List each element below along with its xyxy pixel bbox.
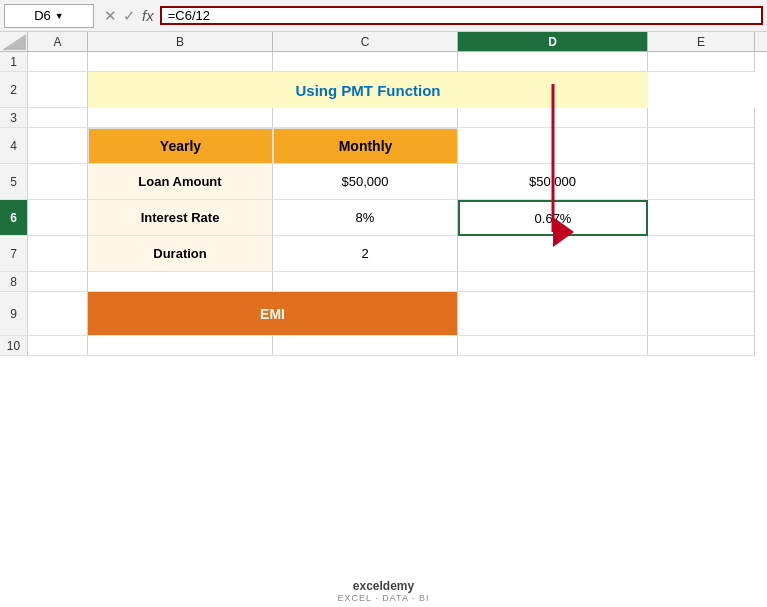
row-1: 1: [0, 52, 767, 72]
cell-a9[interactable]: [28, 292, 88, 336]
cell-b10[interactable]: [88, 336, 273, 356]
fx-label: fx: [142, 7, 154, 24]
title-cell: Using PMT Function: [88, 72, 648, 108]
row-num-7: 7: [0, 236, 28, 272]
confirm-icon[interactable]: ✓: [123, 7, 136, 25]
row-num-2: 2: [0, 72, 28, 108]
cell-a1[interactable]: [28, 52, 88, 72]
cell-a8[interactable]: [28, 272, 88, 292]
row-3: 3: [0, 108, 767, 128]
cell-e5[interactable]: [648, 164, 755, 200]
loan-yearly-value: $50,000: [277, 174, 453, 189]
cell-d10[interactable]: [458, 336, 648, 356]
cell-a6[interactable]: [28, 200, 88, 236]
row-num-9: 9: [0, 292, 28, 336]
cell-b4-header[interactable]: Yearly: [88, 128, 273, 164]
cell-d7-duration-monthly[interactable]: [458, 236, 648, 272]
cell-e9[interactable]: [648, 292, 755, 336]
row-num-3: 3: [0, 108, 28, 128]
cell-d6-interest-monthly[interactable]: 0.67%: [458, 200, 648, 236]
cell-b8[interactable]: [88, 272, 273, 292]
cell-ref-chevron: ▼: [55, 11, 64, 21]
cell-b3[interactable]: [88, 108, 273, 128]
cell-a5[interactable]: [28, 164, 88, 200]
cell-c6-interest-yearly[interactable]: 8%: [273, 200, 458, 236]
row-num-1: 1: [0, 52, 28, 72]
row-num-6: 6: [0, 200, 28, 236]
cell-c3[interactable]: [273, 108, 458, 128]
spreadsheet-grid: 1 2 Using PMT Function 3 4 Yearly Monthl…: [0, 52, 767, 356]
cell-c7-duration-value[interactable]: 2: [273, 236, 458, 272]
cell-e6[interactable]: [648, 200, 755, 236]
cell-b7-duration-label[interactable]: Duration: [88, 236, 273, 272]
col-header-c[interactable]: C: [273, 32, 458, 51]
cell-e3[interactable]: [648, 108, 755, 128]
top-bar: D6 ▼ ✕ ✓ fx =C6/12: [0, 0, 767, 32]
row-6: 6 Interest Rate 8% 0.67%: [0, 200, 767, 236]
row-9: 9 EMI: [0, 292, 767, 336]
formula-icons: ✕ ✓ fx: [98, 7, 160, 25]
cell-e10[interactable]: [648, 336, 755, 356]
select-all-icon[interactable]: [0, 32, 28, 52]
cell-d1[interactable]: [458, 52, 648, 72]
col-header-a[interactable]: A: [28, 32, 88, 51]
interest-monthly-value: 0.67%: [464, 211, 642, 226]
cell-e7[interactable]: [648, 236, 755, 272]
emi-text: EMI: [92, 306, 453, 322]
cell-a7[interactable]: [28, 236, 88, 272]
corner-cell: [0, 32, 28, 51]
svg-marker-0: [2, 34, 26, 50]
col-header-d[interactable]: D: [458, 32, 648, 51]
cell-a3[interactable]: [28, 108, 88, 128]
loan-monthly-value: $50,000: [462, 174, 643, 189]
row-10: 10: [0, 336, 767, 356]
cell-e4[interactable]: [648, 128, 755, 164]
cell-d9-emi-value[interactable]: [458, 292, 648, 336]
row-4: 4 Yearly Monthly: [0, 128, 767, 164]
row-num-4: 4: [0, 128, 28, 164]
interest-yearly-value: 8%: [277, 210, 453, 225]
cell-c10[interactable]: [273, 336, 458, 356]
formula-bar[interactable]: =C6/12: [160, 6, 763, 25]
cell-b5-loan-label[interactable]: Loan Amount: [88, 164, 273, 200]
row-num-10: 10: [0, 336, 28, 356]
yearly-header: Yearly: [93, 138, 268, 154]
cell-d5-loan-monthly[interactable]: $50,000: [458, 164, 648, 200]
duration-label: Duration: [92, 246, 268, 261]
interest-rate-label: Interest Rate: [92, 210, 268, 225]
cell-e1[interactable]: [648, 52, 755, 72]
row-7: 7 Duration 2: [0, 236, 767, 272]
cell-a10[interactable]: [28, 336, 88, 356]
row-num-5: 5: [0, 164, 28, 200]
col-header-b[interactable]: B: [88, 32, 273, 51]
column-headers: A B C D E: [0, 32, 767, 52]
formula-value: =C6/12: [168, 8, 210, 23]
watermark-tagline: EXCEL · DATA · BI: [338, 593, 430, 603]
cell-d8[interactable]: [458, 272, 648, 292]
cell-e8[interactable]: [648, 272, 755, 292]
watermark: exceldemy EXCEL · DATA · BI: [338, 579, 430, 603]
row-5: 5 Loan Amount $50,000 $50,000: [0, 164, 767, 200]
cell-b6-interest-label[interactable]: Interest Rate: [88, 200, 273, 236]
cell-c5-loan-yearly[interactable]: $50,000: [273, 164, 458, 200]
cell-c4-header[interactable]: Monthly: [273, 128, 458, 164]
cancel-icon[interactable]: ✕: [104, 7, 117, 25]
loan-amount-label: Loan Amount: [92, 174, 268, 189]
cell-a2[interactable]: [28, 72, 88, 108]
cell-b1[interactable]: [88, 52, 273, 72]
cell-d4[interactable]: [458, 128, 648, 164]
cell-d3[interactable]: [458, 108, 648, 128]
duration-value: 2: [277, 246, 453, 261]
cell-emi-label[interactable]: EMI: [88, 292, 458, 336]
cell-reference-box[interactable]: D6 ▼: [4, 4, 94, 28]
row-8: 8: [0, 272, 767, 292]
col-header-e[interactable]: E: [648, 32, 755, 51]
row-2: 2 Using PMT Function: [0, 72, 767, 108]
monthly-header: Monthly: [278, 138, 453, 154]
cell-a4[interactable]: [28, 128, 88, 164]
cell-c1[interactable]: [273, 52, 458, 72]
watermark-logo: exceldemy: [353, 579, 414, 593]
row-num-8: 8: [0, 272, 28, 292]
spreadsheet-title: Using PMT Function: [92, 82, 644, 99]
cell-c8[interactable]: [273, 272, 458, 292]
